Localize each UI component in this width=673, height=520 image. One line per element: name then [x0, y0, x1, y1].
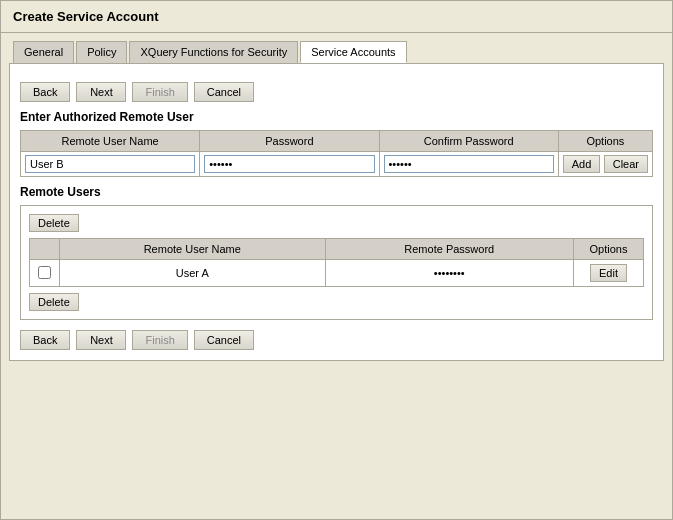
edit-button[interactable]: Edit	[590, 264, 627, 282]
remote-users-box: Delete Remote User Name Remote Password …	[20, 205, 653, 320]
tab-policy[interactable]: Policy	[76, 41, 127, 63]
row-password: ••••••••	[325, 260, 573, 287]
bottom-cancel-button[interactable]: Cancel	[194, 330, 254, 350]
add-button[interactable]: Add	[563, 155, 601, 173]
col-password: Password	[200, 131, 379, 152]
enter-section-label: Enter Authorized Remote User	[20, 110, 653, 124]
tab-content: Back Next Finish Cancel Enter Authorized…	[9, 63, 664, 361]
top-finish-button[interactable]: Finish	[132, 82, 187, 102]
bottom-back-button[interactable]: Back	[20, 330, 70, 350]
col-remote-user-name: Remote User Name	[21, 131, 200, 152]
col-confirm-password: Confirm Password	[379, 131, 558, 152]
col-options: Options	[558, 131, 652, 152]
delete-bottom-button[interactable]: Delete	[29, 293, 79, 311]
page-title: Create Service Account	[1, 1, 672, 33]
remote-users-table: Remote User Name Remote Password Options…	[29, 238, 644, 287]
tab-service-accounts[interactable]: Service Accounts	[300, 41, 406, 63]
remote-users-label: Remote Users	[20, 185, 653, 199]
row-username: User A	[60, 260, 326, 287]
delete-top-button[interactable]: Delete	[29, 214, 79, 232]
tab-xquery[interactable]: XQuery Functions for Security	[129, 41, 298, 63]
enter-user-table: Remote User Name Password Confirm Passwo…	[20, 130, 653, 177]
col-check	[30, 239, 60, 260]
col-ru-options: Options	[574, 239, 644, 260]
confirm-password-input[interactable]	[384, 155, 554, 173]
col-ru-password: Remote Password	[325, 239, 573, 260]
top-cancel-button[interactable]: Cancel	[194, 82, 254, 102]
bottom-finish-button[interactable]: Finish	[132, 330, 187, 350]
password-input[interactable]	[204, 155, 374, 173]
bottom-next-button[interactable]: Next	[76, 330, 126, 350]
row-checkbox[interactable]	[38, 266, 51, 279]
tab-bar: General Policy XQuery Functions for Secu…	[9, 41, 664, 63]
toolbar-bottom: Back Next Finish Cancel	[20, 330, 653, 350]
top-next-button[interactable]: Next	[76, 82, 126, 102]
top-back-button[interactable]: Back	[20, 82, 70, 102]
col-ru-name: Remote User Name	[60, 239, 326, 260]
clear-button[interactable]: Clear	[604, 155, 648, 173]
tab-general[interactable]: General	[13, 41, 74, 63]
table-row: User A •••••••• Edit	[30, 260, 644, 287]
username-input[interactable]	[25, 155, 195, 173]
toolbar-top: Back Next Finish Cancel	[20, 82, 653, 102]
